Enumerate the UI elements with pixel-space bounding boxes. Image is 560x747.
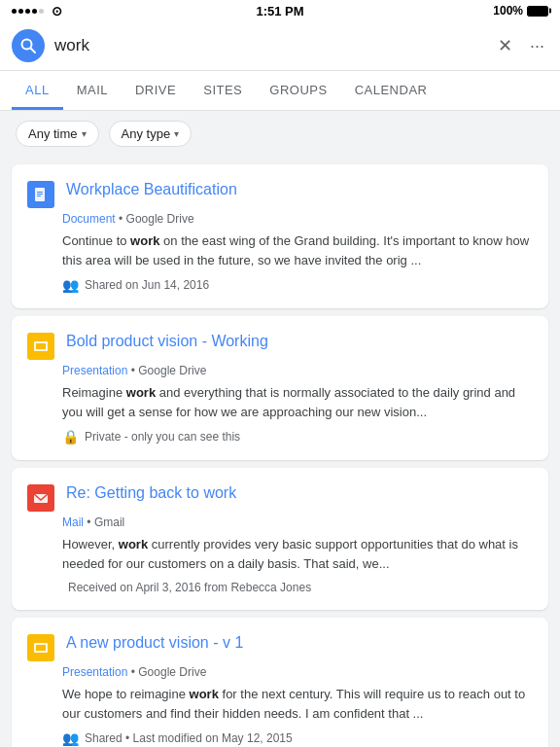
google-search-icon[interactable] [12, 29, 45, 62]
footer-icon: 👥 [62, 277, 79, 293]
result-footer: 👥 Shared • Last modified on May 12, 2015 [62, 730, 533, 746]
result-title[interactable]: Re: Getting back to work [66, 483, 236, 504]
more-options-button[interactable]: ··· [526, 32, 548, 60]
filter-bar: Any time ▾ Any type ▾ [0, 111, 560, 157]
search-results: Workplace Beautification Document • Goog… [0, 157, 560, 747]
result-title[interactable]: A new product vision - v 1 [66, 633, 243, 654]
result-source: Google Drive [138, 665, 206, 679]
result-card-r2[interactable]: Bold product vision - Working Presentati… [12, 316, 548, 460]
result-card-r4[interactable]: A new product vision - v 1 Presentation … [12, 618, 548, 747]
wifi-icon: ⊙ [52, 4, 62, 18]
status-bar: ⊙ 1:51 PM 100% [0, 0, 560, 21]
tab-calendar[interactable]: CALENDAR [341, 71, 441, 110]
type-filter-button[interactable]: Any type ▾ [109, 121, 192, 147]
search-input-wrapper[interactable]: work [54, 36, 484, 55]
tab-mail[interactable]: MAIL [63, 71, 122, 110]
footer-text: Received on April 3, 2016 from Rebecca J… [68, 581, 311, 594]
svg-rect-7 [36, 343, 46, 349]
footer-icon: 👥 [62, 730, 79, 746]
presentation-icon [27, 634, 54, 661]
result-header: Bold product vision - Working [27, 332, 533, 360]
battery-percent: 100% [493, 4, 523, 18]
presentation-icon [27, 333, 54, 360]
status-left: ⊙ [12, 4, 62, 18]
search-query[interactable]: work [54, 36, 484, 55]
result-source: Google Drive [126, 212, 194, 226]
tab-drive[interactable]: DRIVE [122, 71, 190, 110]
result-meta: Presentation • Google Drive [62, 364, 533, 377]
status-time: 1:51 PM [256, 4, 303, 18]
footer-text: Shared on Jun 14, 2016 [85, 278, 209, 292]
tab-groups[interactable]: GROUPS [256, 71, 340, 110]
time-filter-chevron: ▾ [82, 128, 87, 139]
result-source-separator: • [87, 516, 94, 529]
tab-sites[interactable]: SITES [190, 71, 256, 110]
result-source-separator: • [119, 212, 126, 226]
result-meta: Document • Google Drive [62, 212, 533, 226]
battery-icon [527, 6, 548, 17]
result-type: Presentation [62, 665, 127, 679]
result-card-r3[interactable]: Re: Getting back to work Mail • Gmail Ho… [12, 468, 548, 610]
clear-search-button[interactable]: ✕ [494, 31, 516, 60]
footer-text: Private - only you can see this [85, 430, 240, 444]
result-footer: 🔒 Private - only you can see this [62, 429, 533, 445]
result-snippet: However, work currently provides very ba… [62, 535, 533, 573]
result-footer: 👥 Shared on Jun 14, 2016 [62, 277, 533, 293]
mail-icon [27, 484, 54, 512]
result-source: Gmail [94, 516, 124, 529]
footer-text: Shared • Last modified on May 12, 2015 [85, 731, 293, 745]
result-footer: Received on April 3, 2016 from Rebecca J… [62, 581, 533, 594]
result-title[interactable]: Bold product vision - Working [66, 332, 268, 352]
result-type: Mail [62, 516, 84, 529]
result-header: Workplace Beautification [27, 180, 533, 208]
result-meta: Mail • Gmail [62, 516, 533, 529]
svg-rect-5 [37, 196, 41, 196]
result-card-r1[interactable]: Workplace Beautification Document • Goog… [12, 164, 548, 308]
result-source: Google Drive [138, 364, 206, 377]
search-bar: work ✕ ··· [0, 21, 560, 71]
result-snippet: Continue to work on the east wing of the… [62, 231, 533, 269]
result-snippet: We hope to reimagine work for the next c… [62, 685, 533, 723]
result-meta: Presentation • Google Drive [62, 665, 533, 679]
type-filter-chevron: ▾ [174, 128, 179, 139]
result-header: A new product vision - v 1 [27, 633, 533, 661]
time-filter-button[interactable]: Any time ▾ [16, 121, 99, 147]
type-filter-label: Any type [122, 126, 171, 141]
footer-icon: 🔒 [62, 429, 79, 445]
result-title[interactable]: Workplace Beautification [66, 180, 237, 200]
document-icon [27, 181, 54, 208]
signal-dots [12, 9, 44, 14]
search-tabs: ALL MAIL DRIVE SITES GROUPS CALENDAR [0, 71, 560, 111]
time-filter-label: Any time [28, 126, 78, 141]
status-right: 100% [493, 4, 548, 18]
svg-rect-4 [37, 194, 43, 195]
result-header: Re: Getting back to work [27, 483, 533, 512]
result-snippet: Reimagine work and everything that is no… [62, 383, 533, 421]
result-type: Document [62, 212, 116, 226]
svg-line-1 [31, 49, 36, 53]
tab-all[interactable]: ALL [12, 71, 63, 110]
result-type: Presentation [62, 364, 127, 377]
svg-rect-3 [37, 192, 43, 193]
svg-rect-10 [36, 645, 46, 651]
